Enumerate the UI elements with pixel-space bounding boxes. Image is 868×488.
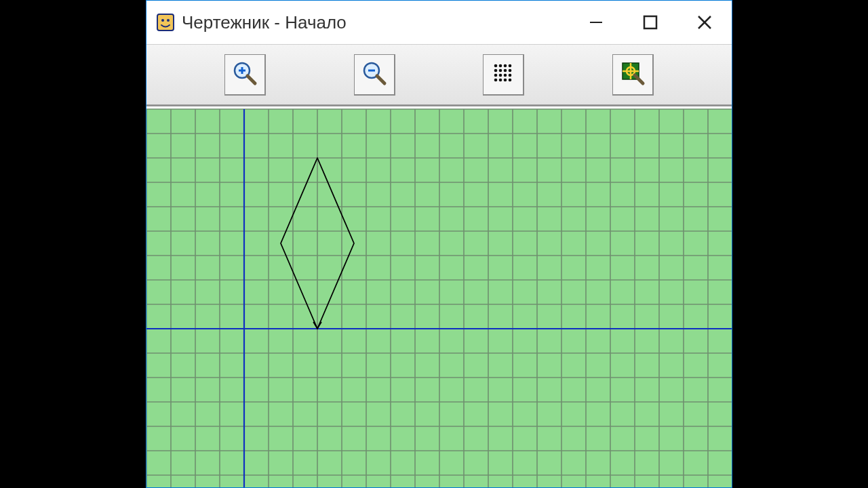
svg-point-21 bbox=[509, 68, 512, 72]
app-window: Чертежник - Начало bbox=[146, 0, 732, 488]
svg-line-12 bbox=[377, 76, 384, 83]
fit-to-screen-button[interactable] bbox=[612, 54, 654, 96]
close-button[interactable] bbox=[677, 1, 732, 44]
app-icon bbox=[156, 13, 175, 32]
svg-point-15 bbox=[499, 64, 502, 67]
grid-dots-icon bbox=[489, 59, 517, 90]
titlebar: Чертежник - Начало bbox=[146, 1, 732, 44]
minimize-button[interactable] bbox=[569, 1, 623, 44]
window-title: Чертежник - Начало bbox=[182, 12, 569, 33]
svg-point-24 bbox=[504, 73, 507, 77]
svg-point-27 bbox=[499, 78, 502, 81]
svg-point-2 bbox=[167, 19, 170, 22]
zoom-in-button[interactable] bbox=[224, 54, 266, 96]
svg-point-20 bbox=[504, 68, 507, 72]
svg-point-18 bbox=[494, 68, 498, 72]
svg-point-1 bbox=[161, 19, 164, 22]
grid-dots-button[interactable] bbox=[483, 54, 524, 96]
svg-line-8 bbox=[248, 76, 255, 83]
zoom-out-icon bbox=[360, 59, 389, 90]
svg-rect-4 bbox=[644, 16, 656, 28]
maximize-button[interactable] bbox=[623, 1, 677, 44]
svg-point-28 bbox=[504, 78, 507, 81]
fit-to-screen-icon bbox=[618, 59, 647, 90]
svg-point-29 bbox=[509, 78, 512, 81]
svg-rect-0 bbox=[157, 14, 174, 30]
svg-point-14 bbox=[494, 64, 498, 67]
svg-point-25 bbox=[509, 73, 512, 77]
svg-point-23 bbox=[499, 73, 502, 77]
toolbar bbox=[146, 44, 732, 105]
zoom-out-button[interactable] bbox=[354, 54, 395, 96]
svg-point-26 bbox=[494, 78, 498, 81]
svg-point-22 bbox=[494, 73, 498, 77]
window-controls bbox=[569, 1, 732, 44]
svg-point-17 bbox=[509, 64, 512, 67]
svg-point-16 bbox=[504, 64, 507, 67]
svg-line-6 bbox=[698, 16, 711, 28]
zoom-in-icon bbox=[231, 59, 259, 90]
grid-surface bbox=[146, 106, 732, 487]
svg-point-19 bbox=[499, 68, 502, 72]
svg-line-5 bbox=[698, 16, 711, 28]
drawing-canvas[interactable] bbox=[146, 105, 732, 487]
